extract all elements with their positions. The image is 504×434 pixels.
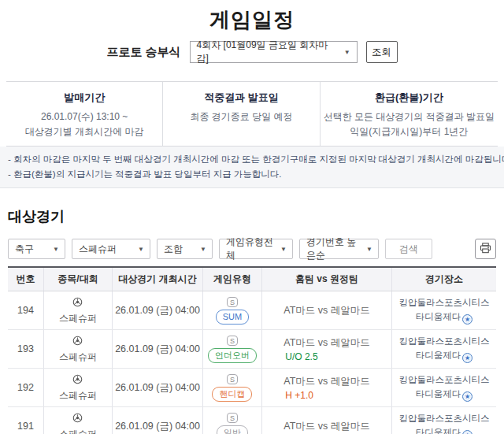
row-league: 스페슈퍼 (59, 351, 97, 364)
row-venue-cell: 킹압둘라스포츠시티스타디움제다★ (391, 330, 496, 368)
sport-select-value: 축구 (15, 243, 34, 256)
chevron-down-icon: ▼ (366, 246, 372, 253)
note-line-refund: - 환급(환불)의 지급시기는 적중결과 발표 당일부터 지급 가능합니다. (8, 167, 496, 181)
row-number: 194 (8, 291, 43, 329)
single-game-s-icon: S (227, 413, 238, 423)
info-card-refund-period: 환급(환불)기간 선택한 모든 대상경기의 적중결과 발표일 익일(지급개시일)… (320, 82, 498, 146)
proto-type-label: 프로토 승부식 (106, 45, 180, 60)
info-card-line: 26.01.07(수) 13:10 ~ (9, 109, 159, 124)
row-league: 스페슈퍼 (59, 312, 97, 325)
row-type-cell: S SUM (202, 291, 261, 329)
row-venue-cell: 킹압둘라스포츠시티스타디움제다★ (391, 291, 496, 329)
col-header-start-time: 대상경기 개최시간 (112, 268, 202, 291)
sort-select[interactable]: 경기번호 높은순 ▼ (299, 239, 379, 259)
info-card-sale-period: 발매기간 26.01.07(수) 13:10 ~ 대상경기별 개최시간에 마감 (6, 82, 162, 146)
single-game-s-icon: S (227, 297, 238, 307)
inquiry-button[interactable]: 조회 (366, 41, 398, 63)
row-number: 191 (8, 407, 43, 434)
info-section: 발매기간 26.01.07(수) 13:10 ~ 대상경기별 개최시간에 마감 … (6, 81, 498, 147)
row-teams: AT마드 vs 레알마드 (284, 336, 370, 350)
chevron-down-icon: ▼ (53, 246, 59, 253)
game-type-badge: SUM (216, 310, 249, 325)
target-games-heading: 대상경기 (8, 207, 504, 226)
row-teams-cell: AT마드 vs 레알마드 (261, 291, 391, 329)
game-type-badge: 언더오버 (208, 348, 257, 363)
row-venue-text: 킹압둘라스포츠시티스타디움제다 (398, 375, 489, 398)
row-handicap-subline: H +1.0 (284, 390, 370, 401)
search-button[interactable]: 검색 (385, 239, 432, 259)
note-line-deadline: - 회차의 마감은 마지막 두 번째 대상경기 개최시간에 마감 또는 한경기구… (8, 152, 496, 166)
chevron-down-icon: ▼ (138, 246, 144, 253)
row-teams: AT마드 vs 레알마드 (284, 304, 370, 317)
chevron-down-icon: ▼ (200, 246, 206, 253)
game-type-select[interactable]: 게임유형전체 ▼ (219, 239, 293, 259)
chevron-down-icon: ▼ (280, 246, 287, 253)
row-teams: AT마드 vs 레알마드 (284, 375, 370, 388)
row-league: 스페슈퍼 (59, 428, 97, 434)
star-icon[interactable]: ★ (462, 391, 472, 402)
row-sport-cell: 스페슈퍼 (43, 330, 112, 368)
star-icon[interactable]: ★ (462, 314, 472, 325)
row-venue-text: 킹압둘라스포츠시티스타디움제다 (398, 336, 489, 359)
league-select-value: 스페슈퍼 (79, 243, 117, 256)
col-header-venue: 경기장소 (391, 268, 496, 291)
soccer-ball-icon (72, 296, 83, 310)
row-sport-cell: 스페슈퍼 (43, 291, 112, 329)
combo-select-value: 조합 (164, 243, 183, 256)
info-card-title: 환급(환불)기간 (324, 91, 495, 105)
proto-filter-row: 프로토 승부식 4회차 [01월09일 금요일 회차마감] ▼ 조회 (0, 41, 504, 63)
col-header-number: 번호 (8, 268, 43, 291)
col-header-category: 종목/대회 (43, 268, 112, 291)
games-table: 번호 종목/대회 대상경기 개최시간 게임유형 홈팀 vs 원정팀 경기장소 1… (8, 266, 496, 434)
row-number: 192 (8, 369, 43, 406)
table-row[interactable]: 193 스페슈퍼 26.01.09 (금) 04:00 S 언더오버 AT마드 … (8, 330, 496, 369)
star-icon[interactable]: ★ (462, 430, 472, 434)
row-teams-cell: AT마드 vs 레알마드 (261, 407, 391, 434)
row-venue-cell: 킹압둘라스포츠시티스타디움제다★ (391, 407, 496, 434)
printer-icon (480, 243, 491, 256)
sort-select-value: 경기번호 높은순 (306, 236, 361, 262)
row-type-cell: S 일반 (202, 407, 261, 434)
games-table-body: 194 스페슈퍼 26.01.09 (금) 04:00 S SUM AT마드 v… (8, 291, 496, 434)
info-card-line: 선택한 모든 대상경기의 적중결과 발표일 (324, 109, 495, 124)
sport-select[interactable]: 축구 ▼ (8, 239, 65, 259)
single-game-s-icon: S (227, 336, 238, 346)
soccer-ball-icon (72, 412, 83, 426)
notes-section: - 회차의 마감은 마지막 두 번째 대상경기 개최시간에 마감 또는 한경기구… (0, 147, 504, 188)
round-select[interactable]: 4회차 [01월09일 금요일 회차마감] ▼ (190, 41, 358, 63)
game-type-badge: 일반 (217, 425, 248, 434)
game-type-select-value: 게임유형전체 (226, 236, 276, 262)
games-table-header: 번호 종목/대회 대상경기 개최시간 게임유형 홈팀 vs 원정팀 경기장소 (8, 268, 496, 291)
game-schedule-page: 게임일정 프로토 승부식 4회차 [01월09일 금요일 회차마감] ▼ 조회 … (0, 0, 504, 434)
combo-select[interactable]: 조합 ▼ (157, 239, 213, 259)
round-select-value: 4회차 [01월09일 금요일 회차마감] (197, 39, 339, 65)
row-start-time: 26.01.09 (금) 04:00 (112, 330, 202, 368)
col-header-game-type: 게임유형 (202, 268, 261, 291)
info-card-result-date: 적중결과 발표일 최종 경기종료 당일 예정 (162, 82, 319, 146)
league-select[interactable]: 스페슈퍼 ▼ (72, 239, 150, 259)
table-row[interactable]: 194 스페슈퍼 26.01.09 (금) 04:00 S SUM AT마드 v… (8, 291, 496, 330)
print-button[interactable] (475, 239, 496, 259)
row-league: 스페슈퍼 (59, 389, 97, 402)
info-card-title: 발매기간 (9, 91, 159, 105)
single-game-s-icon: S (227, 374, 238, 384)
game-type-badge: 핸디캡 (212, 387, 252, 402)
col-header-teams: 홈팀 vs 원정팀 (261, 268, 391, 291)
row-type-cell: S 언더오버 (202, 330, 261, 368)
row-teams-cell: AT마드 vs 레알마드 H +1.0 (261, 369, 391, 406)
page-title: 게임일정 (0, 6, 504, 34)
table-row[interactable]: 192 스페슈퍼 26.01.09 (금) 04:00 S 핸디캡 AT마드 v… (8, 369, 496, 407)
row-venue-text: 킹압둘라스포츠시티스타디움제다 (398, 298, 489, 321)
soccer-ball-icon (72, 373, 83, 388)
row-type-cell: S 핸디캡 (202, 369, 261, 406)
star-icon[interactable]: ★ (462, 353, 472, 363)
soccer-ball-icon (72, 335, 83, 349)
row-sport-cell: 스페슈퍼 (43, 369, 112, 406)
info-card-line: 익일(지급개시일)부터 1년간 (324, 124, 495, 139)
table-row[interactable]: 191 스페슈퍼 26.01.09 (금) 04:00 S 일반 AT마드 vs… (8, 407, 496, 434)
info-card-line: 최종 경기종료 당일 예정 (166, 109, 316, 124)
row-start-time: 26.01.09 (금) 04:00 (112, 291, 202, 329)
row-venue-cell: 킹압둘라스포츠시티스타디움제다★ (391, 369, 496, 406)
info-card-line: 대상경기별 개최시간에 마감 (9, 124, 159, 139)
chevron-down-icon: ▼ (344, 49, 350, 56)
